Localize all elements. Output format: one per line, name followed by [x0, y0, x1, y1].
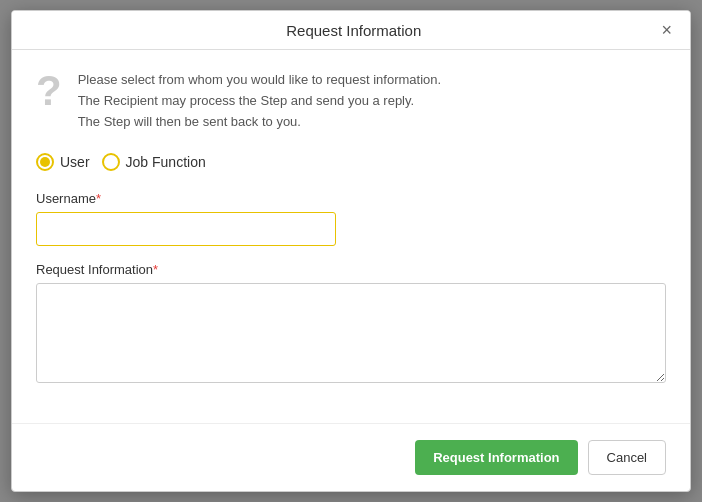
info-text-line3: The Step will then be sent back to you. — [78, 112, 441, 133]
request-information-button[interactable]: Request Information — [415, 440, 577, 475]
username-field-group: Username* — [36, 191, 666, 246]
username-input[interactable] — [36, 212, 336, 246]
request-info-label: Request Information* — [36, 262, 666, 277]
radio-user[interactable]: User — [36, 153, 94, 171]
cancel-button[interactable]: Cancel — [588, 440, 666, 475]
request-info-required: * — [153, 262, 158, 277]
dialog-header: Request Information × — [12, 11, 690, 50]
username-required: * — [96, 191, 101, 206]
dialog-footer: Request Information Cancel — [12, 423, 690, 491]
request-info-field-group: Request Information* — [36, 262, 666, 387]
info-text: Please select from whom you would like t… — [78, 70, 441, 132]
radio-job-function[interactable]: Job Function — [102, 153, 206, 171]
info-text-line2: The Recipient may process the Step and s… — [78, 91, 441, 112]
info-text-line1: Please select from whom you would like t… — [78, 70, 441, 91]
dialog-body: ? Please select from whom you would like… — [12, 50, 690, 422]
dialog-title: Request Information — [48, 22, 659, 39]
radio-user-button[interactable] — [36, 153, 54, 171]
request-info-textarea[interactable] — [36, 283, 666, 383]
request-information-dialog: Request Information × ? Please select fr… — [11, 10, 691, 491]
radio-user-label: User — [60, 154, 90, 170]
close-button[interactable]: × — [659, 21, 674, 39]
radio-section: User Job Function — [36, 153, 666, 171]
radio-job-function-label: Job Function — [126, 154, 206, 170]
question-mark-icon: ? — [36, 70, 62, 112]
info-section: ? Please select from whom you would like… — [36, 70, 666, 132]
username-label: Username* — [36, 191, 666, 206]
radio-job-function-button[interactable] — [102, 153, 120, 171]
